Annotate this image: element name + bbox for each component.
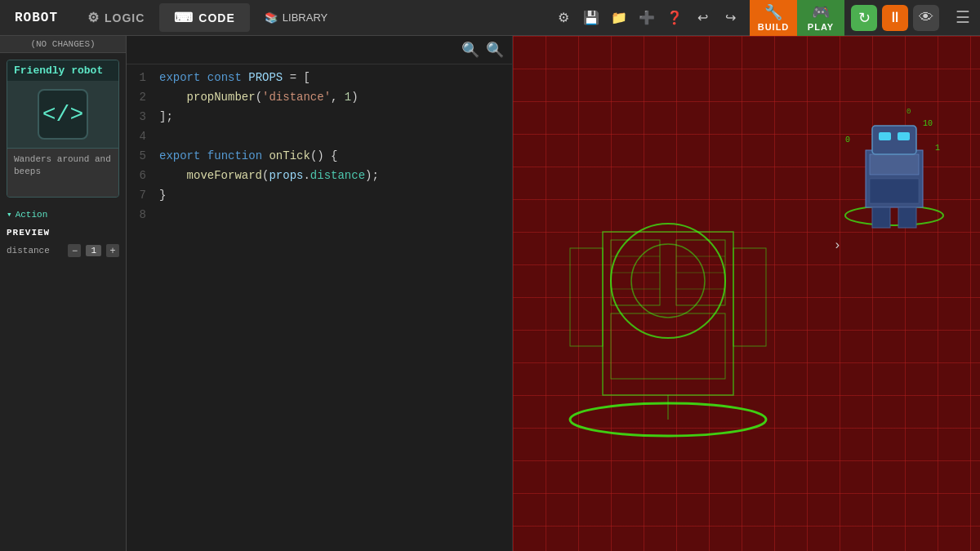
code-editor: 🔍 🔍 1 export const PROPS = [ 2 propNumbe…	[127, 36, 513, 551]
robot-hologram	[554, 183, 782, 444]
code-line-5: 5 export function onTick() {	[127, 149, 512, 169]
action-label: ▾ Action	[7, 207, 119, 221]
add-icon[interactable]: ➕	[634, 5, 660, 31]
code-line-3: 3 ];	[127, 110, 512, 130]
svg-rect-4	[611, 313, 725, 379]
library-button[interactable]: 📚 LIBRARY	[253, 5, 339, 30]
svg-point-5	[611, 224, 725, 338]
viewport-chevron-right[interactable]: ›	[833, 238, 841, 253]
component-icon-area: </>	[7, 81, 118, 148]
code-bracket-icon: </>	[42, 102, 83, 127]
code-line-6: 6 moveForward(props.distance);	[127, 169, 512, 189]
code-content[interactable]: 1 export const PROPS = [ 2 propNumber('d…	[127, 64, 512, 551]
build-play-controls: 🔧 BUILD 🎮 PLAY	[750, 0, 844, 36]
distance-decrease-button[interactable]: −	[68, 244, 81, 257]
distance-label: distance	[7, 246, 63, 256]
svg-text:0: 0	[906, 108, 911, 116]
refresh-button[interactable]: ↻	[851, 5, 877, 31]
code-line-7: 7 }	[127, 189, 512, 208]
header: ROBOT ⚙ LOGIC ⌨ CODE 📚 LIBRARY ⚙ 💾 📁 ➕ ❓…	[0, 0, 980, 36]
zoom-in-icon[interactable]: 🔍	[461, 41, 479, 59]
component-card: Friendly robot </> Wanders around and be…	[7, 60, 119, 198]
svg-rect-14	[733, 248, 766, 346]
tab-code[interactable]: ⌨ CODE	[159, 3, 249, 32]
editor-toolbar: 🔍 🔍	[127, 36, 512, 64]
svg-rect-13	[570, 248, 603, 346]
robot-small-svg: 0 1 10 0	[841, 101, 947, 232]
library-icon: 📚	[265, 11, 278, 24]
3d-viewport: 0 1 10 0 › 1 CREATE 2	[513, 36, 980, 551]
svg-rect-23	[872, 207, 890, 228]
robot-small: 0 1 10 0	[841, 101, 947, 232]
svg-rect-24	[898, 207, 916, 228]
playback-controls: ↻ ⏸ 👁	[844, 5, 946, 31]
svg-rect-19	[870, 179, 919, 203]
code-line-4: 4	[127, 130, 512, 149]
build-button[interactable]: 🔧 BUILD	[750, 0, 797, 36]
distance-control: distance − 1 +	[0, 241, 126, 260]
zoom-out-icon[interactable]: 🔍	[486, 41, 504, 59]
code-line-1: 1 export const PROPS = [	[127, 71, 512, 91]
folder-icon[interactable]: 📁	[606, 5, 632, 31]
svg-text:1: 1	[935, 144, 940, 153]
component-name: Friendly robot	[7, 60, 118, 81]
main-content: (NO CHANGES) Friendly robot </> Wanders …	[0, 36, 980, 551]
action-section: ▾ Action	[0, 204, 126, 224]
logic-icon: ⚙	[87, 10, 100, 25]
redo-icon[interactable]: ↪	[717, 5, 743, 31]
svg-rect-21	[879, 132, 891, 140]
pause-button[interactable]: ⏸	[882, 5, 908, 31]
left-sidebar: (NO CHANGES) Friendly robot </> Wanders …	[0, 36, 127, 551]
component-code-icon: </>	[38, 89, 88, 140]
code-icon: ⌨	[174, 10, 194, 25]
eye-button[interactable]: 👁	[913, 5, 939, 31]
tab-logic[interactable]: ⚙ LOGIC	[73, 3, 159, 32]
build-icon: 🔧	[764, 3, 783, 21]
svg-rect-18	[870, 154, 919, 175]
svg-point-16	[845, 206, 943, 225]
undo-icon[interactable]: ↩	[689, 5, 715, 31]
hologram-svg	[554, 183, 782, 444]
svg-point-6	[631, 244, 705, 318]
menu-button[interactable]: ☰	[946, 7, 980, 28]
distance-increase-button[interactable]: +	[106, 244, 119, 257]
code-line-8: 8	[127, 208, 512, 228]
app-title: ROBOT	[0, 11, 73, 25]
play-button[interactable]: 🎮 PLAY	[797, 0, 844, 36]
svg-rect-20	[872, 126, 916, 154]
header-icons: ⚙ 💾 📁 ➕ ❓ ↩ ↪	[544, 5, 750, 31]
chevron-icon: ▾	[7, 209, 12, 220]
preview-label: PREVIEW	[0, 224, 126, 241]
distance-value: 1	[86, 245, 101, 256]
help-icon[interactable]: ❓	[662, 5, 688, 31]
svg-text:0: 0	[845, 136, 850, 144]
code-line-2: 2 propNumber('distance', 1)	[127, 91, 512, 110]
settings-icon[interactable]: ⚙	[550, 5, 577, 31]
no-changes-label: (NO CHANGES)	[0, 36, 126, 53]
component-description: Wanders around and beeps	[7, 148, 118, 197]
svg-rect-22	[898, 132, 910, 140]
play-icon: 🎮	[812, 3, 831, 21]
save-icon[interactable]: 💾	[578, 5, 604, 31]
svg-text:10: 10	[923, 119, 933, 128]
